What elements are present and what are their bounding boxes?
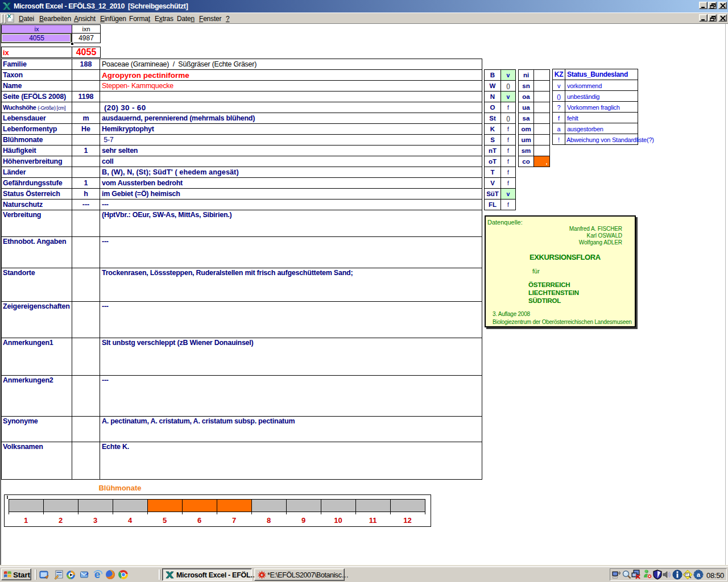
svg-text:a: a <box>697 571 701 578</box>
